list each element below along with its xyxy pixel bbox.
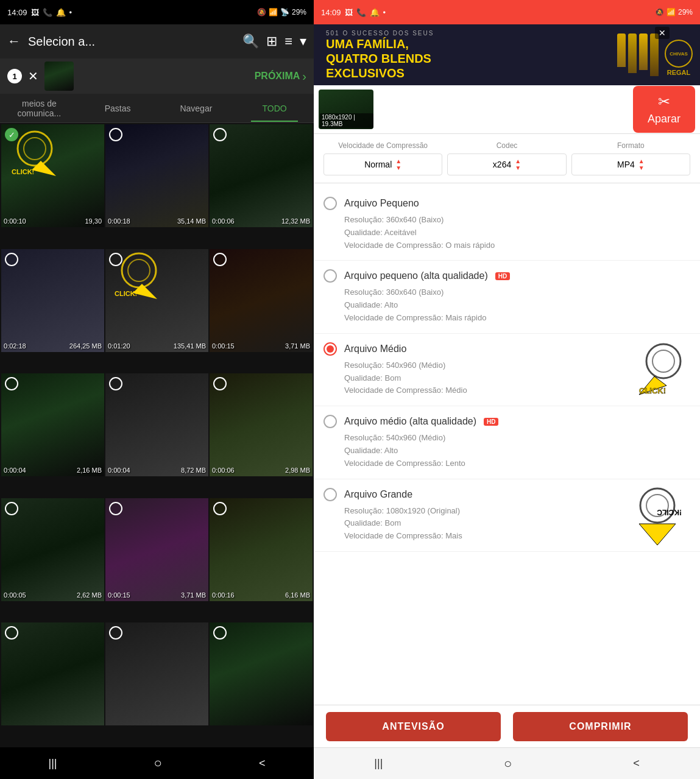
right-bottom-nav: ||| ○ < <box>314 747 700 779</box>
svg-text:CHIVAS: CHIVAS <box>670 51 688 57</box>
back-button[interactable]: ← <box>7 33 21 49</box>
option-medium-hd[interactable]: Arquivo médio (alta qualidade) HD Resolu… <box>314 406 700 479</box>
check-4 <box>5 253 18 266</box>
phone-icon: 📞 <box>43 8 52 17</box>
grid-item-8[interactable]: 0:00:04 8,72 MB <box>105 373 208 476</box>
left-menu-button[interactable]: ||| <box>49 757 57 770</box>
codec-select[interactable]: x264 ▲ ▼ <box>447 153 566 175</box>
svg-text:CLICK!: CLICK! <box>115 290 137 297</box>
option-medium-details: Resolução: 540x960 (Médio) Qualidade: Bo… <box>323 359 690 397</box>
left-status-bar: 14:09 🖼 📞 🔔 • 🔕 📶 📡 29% <box>0 0 314 24</box>
check-11 <box>109 502 122 515</box>
size-8: 8,72 MB <box>181 467 206 474</box>
duration-2: 0:00:18 <box>108 217 130 225</box>
right-notif-icon: 🔔 <box>370 8 380 17</box>
list-view-button[interactable]: ⊞ <box>266 33 277 49</box>
filter-button[interactable]: ≡ <box>285 33 292 49</box>
radio-small-hd <box>323 269 337 283</box>
grid-item-4[interactable]: 0:02:18 264,25 MB <box>1 249 104 352</box>
option-large[interactable]: Arquivo Grande Resolução: 1080x1920 (Ori… <box>314 479 700 552</box>
svg-point-4 <box>122 253 156 287</box>
grid-item-15[interactable] <box>210 622 313 725</box>
radio-large <box>323 488 337 501</box>
format-select[interactable]: MP4 ▲ ▼ <box>571 153 690 175</box>
preview-button[interactable]: ANTEVISÃO <box>326 712 501 741</box>
format-arrows: ▲ ▼ <box>638 158 645 171</box>
duration-3: 0:00:06 <box>212 217 235 225</box>
tab-navigate[interactable]: Navegar <box>157 95 236 122</box>
svg-text:CLICK!: CLICK! <box>12 168 34 175</box>
grid-item-12[interactable]: 0:00:16 6,16 MB <box>210 498 313 601</box>
signal-icon: 📡 <box>280 8 289 16</box>
speed-label: Velocidade de Compressão <box>338 141 428 150</box>
radio-small <box>323 197 337 210</box>
option-medium[interactable]: Arquivo Médio Resolução: 540x960 (Médio)… <box>314 334 700 406</box>
size-1: 19,30 <box>85 217 102 225</box>
compression-settings: Velocidade de Compressão Normal ▲ ▼ Code… <box>314 134 700 183</box>
check-12 <box>213 502 227 515</box>
scissors-icon: ✂ <box>658 93 670 110</box>
size-7: 2,16 MB <box>77 467 102 474</box>
size-10: 2,62 MB <box>77 591 102 599</box>
check-3 <box>213 128 227 141</box>
left-back-button[interactable]: < <box>259 757 266 770</box>
wifi-icon: 📶 <box>269 8 278 16</box>
speed-value: Normal <box>364 160 392 169</box>
size-3: 12,32 MB <box>281 217 310 225</box>
option-large-title: Arquivo Grande <box>344 489 412 500</box>
tab-media[interactable]: meios de comunica... <box>0 90 79 127</box>
check-10 <box>5 502 18 515</box>
right-image-icon: 🖼 <box>345 8 353 17</box>
duration-6: 0:00:15 <box>212 342 235 350</box>
grid-item-14[interactable] <box>105 622 208 725</box>
grid-item-2[interactable]: 0:00:18 35,14 MB <box>105 124 208 227</box>
next-button[interactable]: PRÓXIMA › <box>255 69 306 83</box>
right-dot-icon: • <box>383 8 386 17</box>
duration-4: 0:02:18 <box>4 342 26 350</box>
right-home-button[interactable]: ○ <box>504 756 512 772</box>
more-button[interactable]: ▾ <box>300 33 306 49</box>
left-home-button[interactable]: ○ <box>154 755 162 771</box>
search-button[interactable]: 🔍 <box>242 33 259 49</box>
ad-close-button[interactable]: ✕ <box>655 27 670 39</box>
bottle-4 <box>650 33 659 76</box>
right-battery: 29% <box>678 8 693 16</box>
notification-icon: 🔔 <box>56 8 66 17</box>
svg-point-5 <box>128 259 150 281</box>
grid-item-13[interactable] <box>1 622 104 725</box>
page-title: Selecion a... <box>28 35 235 49</box>
size-5: 135,41 MB <box>174 342 206 350</box>
size-4: 264,25 MB <box>69 342 102 350</box>
format-label: Formato <box>617 141 645 150</box>
grid-item-6[interactable]: 0:00:15 3,71 MB <box>210 249 313 352</box>
grid-item-3[interactable]: 0:00:06 12,32 MB <box>210 124 313 227</box>
ad-text-2: UMA FAMÍLIA, <box>326 37 409 51</box>
option-small-hd-details: Resolução: 360x640 (Baixo) Qualidade: Al… <box>323 286 690 324</box>
compress-button[interactable]: COMPRIMIR <box>513 712 688 741</box>
grid-item-9[interactable]: 0:00:06 2,98 MB <box>210 373 313 476</box>
grid-item-11[interactable]: 0:00:15 3,71 MB <box>105 498 208 601</box>
right-menu-button[interactable]: ||| <box>374 757 383 770</box>
grid-item-5[interactable]: CLICK! 0:01:20 135,41 MB <box>105 249 208 352</box>
grid-item-1[interactable]: CLICK! 0:00:10 19,30 <box>1 124 104 227</box>
grid-item-7[interactable]: 0:00:04 2,16 MB <box>1 373 104 476</box>
check-5 <box>109 253 122 266</box>
svg-point-1 <box>24 138 46 160</box>
media-grid: CLICK! 0:00:10 19,30 0:00:18 35,14 MB 0:… <box>0 123 314 747</box>
option-small-details: Resolução: 360x640 (Baixo) Qualidade: Ac… <box>323 214 690 252</box>
tab-folders[interactable]: Pastas <box>79 95 157 122</box>
ad-text-1: 501 O SUCESSO DOS SEUS <box>326 30 434 37</box>
tab-todo[interactable]: TODO <box>235 95 314 122</box>
trim-button[interactable]: ✂ Aparar <box>633 86 695 133</box>
speed-select[interactable]: Normal ▲ ▼ <box>323 153 442 175</box>
radio-medium-hd <box>323 415 337 428</box>
image-icon: 🖼 <box>31 8 39 17</box>
option-small-hd[interactable]: Arquivo pequeno (alta qualidade) HD Reso… <box>314 261 700 333</box>
option-medium-hd-details: Resolução: 540x960 (Médio) Qualidade: Al… <box>323 432 690 470</box>
grid-item-10[interactable]: 0:00:05 2,62 MB <box>1 498 104 601</box>
right-back-button[interactable]: < <box>633 757 640 770</box>
left-time: 14:09 <box>7 8 27 17</box>
video-resolution: 1080x1920 | 19.3MB <box>320 113 373 128</box>
option-small[interactable]: Arquivo Pequeno Resolução: 360x640 (Baix… <box>314 188 700 261</box>
selection-close-button[interactable]: ✕ <box>28 69 38 83</box>
